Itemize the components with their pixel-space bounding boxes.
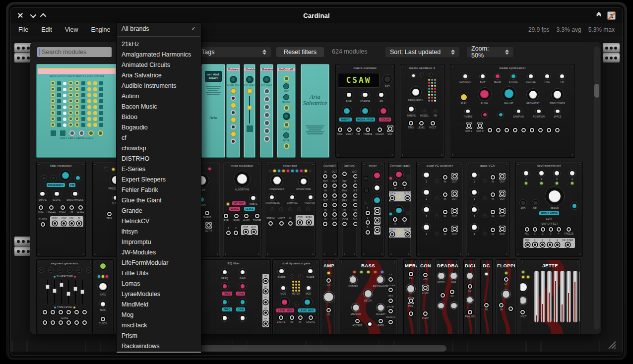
module-card-bass[interactable]: BASSCUTOFFRESONANCEDECAYENVMODACCENTACCE…: [339, 259, 397, 334]
module-card-aria-undular[interactable]: UnDuLaRStepPaddingZoomAlpha: [277, 64, 296, 158]
brand-menu-item[interactable]: cf: [117, 132, 201, 143]
screw-icon: [94, 253, 96, 255]
module-card-aria-grabby[interactable]: GrabbyExt. Scale: [244, 64, 255, 158]
module-card-aria-psychopump[interactable]: ert ObolDepartAria: [201, 64, 225, 158]
brand-menu-item[interactable]: HetrickCV: [117, 216, 201, 226]
brand-menu-item[interactable]: ihtsyn: [117, 226, 201, 237]
module-card-deadband[interactable]: DEADBANDWIDTHGAPCV: [436, 259, 459, 334]
brand-menu-item[interactable]: Amalgamated Harmonics: [117, 49, 201, 60]
menu-item-edit[interactable]: Edit: [41, 26, 52, 33]
module-card-dual-dynamics-gate[interactable]: dual dynamics gateSHAPESHAPEMODMETERMODL…: [272, 259, 319, 334]
menu-item-engine[interactable]: Engine: [91, 26, 111, 33]
control-cell: [435, 196, 439, 200]
module-card-eq-filter[interactable]: EQ filterFREQGAINFREQGAINFREQGAINHPBPLPH…: [196, 259, 271, 334]
brand-menu-item[interactable]: 21kHz: [117, 39, 201, 49]
horizontal-scrollbar-thumb[interactable]: [187, 345, 446, 352]
module-card-resonator[interactable]: resonatorFREQUENCYSTRUCTUREBRIGHTNESSDAM…: [265, 162, 316, 257]
brand-menu-item[interactable]: Prism: [117, 330, 201, 341]
module-card-bernoulli-gate[interactable]: bernoulli gateINPOUT AOUT BINPOUT AOUT B: [388, 162, 411, 257]
brand-menu-item[interactable]: Autinn: [117, 91, 201, 101]
module-card-dc[interactable]: DCIN: [480, 259, 493, 334]
brand-menu-item[interactable]: mscHack: [117, 320, 201, 330]
brand-menu-item[interactable]: Bogaudio: [117, 122, 201, 132]
module-card-amp[interactable]: AMPCVIN: [322, 259, 335, 334]
module-card-mera[interactable]: MERACVPRE: [403, 259, 418, 334]
brand-menu-item[interactable]: Mog: [117, 309, 201, 320]
menu-item-view[interactable]: View: [65, 26, 78, 33]
module-card-segment-generator[interactable]: segment generatorSHAPE/TIMETIME/LEVELGAT…: [36, 259, 93, 334]
brand-menu-item[interactable]: JW-Modules: [117, 247, 201, 257]
control-row: [364, 171, 382, 181]
module-card-jette[interactable]: JETTEV/OCT: [520, 259, 580, 334]
module-card-tidal-modulator[interactable]: tidal modulatorFREQUENCYFMSHAPESLOPESMOO…: [36, 162, 86, 257]
module-card-keyframer-mixer[interactable]: keyframer/mixer1234ADDDELFRAMEMODULATION…: [515, 162, 583, 257]
brand-menu-item[interactable]: Expert Sleepers: [117, 174, 201, 184]
control-cell: [342, 171, 348, 179]
module-card-multiples[interactable]: multiplesINOUTOUTOUTININOUTOUTINININOUT: [322, 162, 338, 257]
search-input[interactable]: [37, 47, 112, 57]
brand-menu-item[interactable]: E-Series: [117, 164, 201, 174]
module-card-quad-vca[interactable]: quad VCA1INOUT2INOUT3INOUT4INOUT: [466, 162, 509, 257]
knob-icon: [464, 108, 471, 115]
brand-menu-item[interactable]: Rackwindows: [117, 341, 201, 351]
knob-cap: [483, 113, 487, 117]
module-card-utilities[interactable]: utilitiesSIGNINVUIN AIN BMAXMININTRIGNOI…: [342, 162, 357, 257]
tags-select[interactable]: Tags: [197, 47, 271, 57]
close-icon[interactable]: [17, 12, 23, 18]
menu-item-file[interactable]: File: [18, 26, 28, 33]
port-icon: [533, 243, 537, 247]
module-card-aria-rotatoes[interactable]: RotatoesExt. Scale: [260, 64, 273, 158]
rollup-icon[interactable]: [598, 14, 601, 17]
module-card-modal-synthesizer[interactable]: modal synthesizerCONTOURBOWBLOWSTRIKECOA…: [450, 64, 575, 158]
module-body: SIGNINVUIN AIN BMAXMININTRIGNOISEOUT: [342, 168, 357, 227]
gray-port-row: OUT AOUT B: [388, 191, 411, 201]
screw-icon: [38, 253, 40, 255]
control-cell: [231, 117, 236, 122]
brand-menu-item[interactable]: Grande: [117, 205, 201, 216]
brand-menu-item[interactable]: Animated Circuits: [117, 60, 201, 70]
module-card-meta-modulator[interactable]: meta modulatorALGORITHMINT. OSCTIMBRELEV…: [223, 162, 261, 257]
chevron-down-icon[interactable]: [30, 11, 37, 18]
module-card-module-hidden-c[interactable]: tRATEBIASCLOCK: [92, 259, 114, 334]
brand-menu-item-all[interactable]: All brands ✓: [117, 23, 201, 34]
port-icon: [66, 310, 71, 314]
control-row: INP: [393, 182, 407, 189]
module-card-digi[interactable]: DIGICVANALOG: [463, 259, 476, 334]
screw-icon: [380, 253, 383, 255]
brand-menu-item[interactable]: LifeFormModular: [117, 257, 201, 268]
module-card-conv[interactable]: CONV+5V0-10V0-10V: [419, 259, 432, 334]
vertical-scrollbar-thumb[interactable]: [594, 84, 599, 98]
module-card-aria-pokies[interactable]: PokiesGlobal Trig: [226, 64, 240, 158]
control-cell: FREEZE: [47, 205, 56, 213]
screw-icon: [414, 261, 417, 263]
brand-menu-item[interactable]: MindMeld: [117, 299, 201, 309]
zoom-select[interactable]: Zoom: 50%: [467, 47, 513, 57]
chevron-up-icon[interactable]: [40, 13, 47, 19]
knob-cap: [270, 195, 274, 199]
reset-filters-button[interactable]: Reset filters: [276, 47, 324, 57]
brand-menu-item[interactable]: LyraeModules: [117, 289, 201, 299]
vertical-scrollbar-track[interactable]: [594, 46, 600, 330]
brand-menu-item[interactable]: Aria Salvatrice: [117, 70, 201, 80]
brand-menu-item[interactable]: Glue the Giant: [117, 195, 201, 205]
module-card-mixer[interactable]: mixer123: [361, 162, 384, 257]
resize-grip-icon[interactable]: [606, 339, 617, 350]
brand-menu-item[interactable]: Bacon Music: [117, 101, 201, 112]
brand-menu-item[interactable]: Little Utils: [117, 268, 201, 278]
brand-menu-item[interactable]: chowdsp: [117, 143, 201, 153]
module-card-flopper[interactable]: FLOPPERCVIN: [496, 259, 516, 334]
brand-menu-item[interactable]: DISTRHO: [117, 153, 201, 164]
module-card-aria-splash[interactable]: AriaSalvatrice: [301, 64, 329, 158]
matrix-cell: [93, 81, 97, 85]
module-card-macro-oscillator-2[interactable]: macro oscillator 2FREQUENCYTIMBREMODELFM…: [400, 64, 444, 158]
brand-menu-item[interactable]: Fehler Fabrik: [117, 184, 201, 195]
port-icon: [388, 299, 393, 303]
sort-select[interactable]: Sort: Last updated: [385, 47, 459, 57]
brand-menu-item[interactable]: Lomas: [117, 278, 201, 289]
module-card-aria-matrix[interactable]: Gates Output Length Sample & Hold Fortun…: [36, 64, 117, 158]
brand-menu-item[interactable]: Bidoo: [117, 112, 201, 122]
brand-menu-item[interactable]: Impromptu: [117, 237, 201, 247]
module-card-quad-vc-polarizer[interactable]: quad VC-polarizer1INOUT2INOUT3INOUT4INOU…: [416, 162, 463, 257]
brand-menu-item[interactable]: Audible Instruments: [117, 80, 201, 91]
module-card-macro-oscillator[interactable]: macro oscillatorCSAWEXTFINECOARSEFMTIMBR…: [335, 64, 395, 158]
